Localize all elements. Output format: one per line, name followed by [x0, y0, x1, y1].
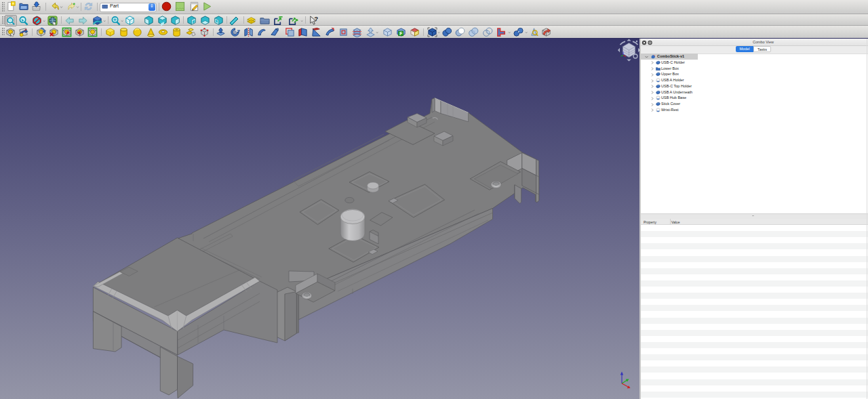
- svg-text:?: ?: [314, 16, 318, 22]
- svg-text:F: F: [399, 31, 402, 36]
